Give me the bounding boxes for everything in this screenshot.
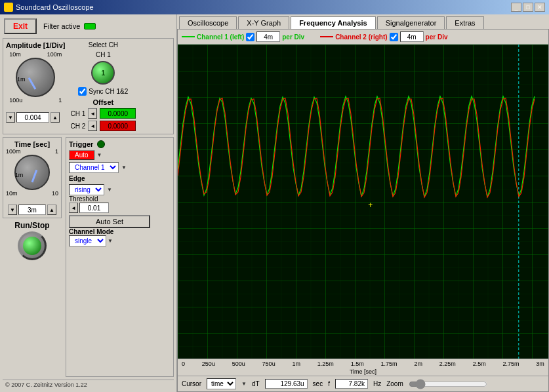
time-spin-up[interactable]: ▲	[47, 205, 56, 215]
trigger-edge-arrow: ▼	[107, 187, 112, 193]
minimize-button[interactable]: _	[511, 3, 521, 12]
sync-checkbox-row: Sync CH 1&2	[78, 87, 128, 96]
x-25m: 2.5m	[473, 361, 486, 367]
maximize-button[interactable]: □	[523, 3, 533, 12]
run-stop-button[interactable]	[18, 231, 47, 260]
x-2m: 2m	[414, 361, 422, 367]
trigger-channel-arrow: ▼	[121, 165, 127, 170]
ch1-label: CH 1	[96, 51, 111, 58]
time-1m: 1m	[15, 172, 24, 178]
ch2-info: Channel 2 (right) per Div	[320, 31, 447, 42]
bottom-left: Time [sec] 100m 1 10m 10 1m	[3, 137, 174, 377]
ch1-line	[182, 36, 195, 37]
f-input[interactable]	[335, 379, 368, 389]
tab-xy-graph[interactable]: X-Y Graph	[238, 16, 289, 29]
amp-label-100m: 100m	[47, 51, 62, 58]
channel-mode-area: Channel Mode single ▼	[69, 228, 171, 246]
ch2-offset-label: CH 2	[70, 123, 85, 130]
amplitude-value-input[interactable]	[16, 112, 49, 123]
time-10: 10	[52, 190, 58, 197]
offset-area: Offset CH 1 ◄ CH 2 ◄	[70, 98, 136, 131]
f-label: f	[328, 380, 330, 387]
ch2-checkbox[interactable]	[390, 33, 398, 41]
trigger-edge-select[interactable]: rising	[69, 184, 104, 195]
zoom-slider[interactable]	[409, 379, 487, 389]
x-125m: 1.25m	[317, 361, 334, 367]
ch2-offset-spin[interactable]: ◄	[88, 121, 97, 131]
amp-spin-up[interactable]: ▲	[51, 112, 60, 123]
run-stop-label: Run/Stop	[14, 221, 49, 230]
amplitude-label: Amplitude [1/Div]	[6, 41, 65, 49]
zoom-label: Zoom	[386, 380, 403, 387]
threshold-spin[interactable]: ◄	[69, 203, 78, 213]
ch1-offset-label: CH 1	[70, 110, 85, 117]
ch1-per-div-label: per Div	[282, 33, 304, 41]
channel-mode-select[interactable]: single	[69, 235, 106, 246]
exit-button[interactable]: Exit	[4, 18, 37, 34]
trigger-mode-row: Auto ▼	[69, 150, 171, 160]
amp-label-10m: 10m	[9, 51, 21, 58]
filter-active-label: Filter active	[43, 22, 80, 30]
time-section: Time [sec] 100m 1 10m 10 1m	[3, 137, 62, 218]
time-value-input[interactable]	[18, 205, 46, 215]
channel-bar: Channel 1 (left) per Div Channel 2 (righ…	[178, 29, 548, 45]
cursor-bar: Cursor time ▼ dT sec f Hz Zoom	[178, 376, 548, 391]
filter-led	[84, 23, 96, 29]
amp-spin-down[interactable]: ▼	[6, 112, 15, 123]
dt-input[interactable]	[265, 379, 308, 389]
tab-extras[interactable]: Extras	[446, 16, 483, 29]
run-stop-area: Run/Stop	[3, 221, 62, 260]
tab-frequency-analysis[interactable]: Frequency Analysis	[291, 16, 376, 29]
window-controls: _ □ ✕	[511, 3, 545, 12]
run-btn-inner	[23, 237, 41, 255]
ch1-selector[interactable]: 1	[91, 61, 115, 85]
amp-label-1m: 1m	[17, 76, 26, 83]
threshold-input[interactable]	[79, 203, 109, 213]
amp-label-100u: 100u	[9, 97, 22, 104]
ch2-offset-input[interactable]	[100, 121, 136, 131]
channel-mode-label: Channel Mode	[69, 228, 113, 235]
scope-canvas: +	[178, 45, 548, 359]
tab-signalgenerator[interactable]: Signalgenerator	[377, 16, 445, 29]
ch2-per-div[interactable]	[400, 31, 424, 42]
ch2-channel-label: Channel 2 (right)	[335, 33, 387, 41]
filter-active-row: Filter active	[43, 22, 96, 30]
time-10m: 10m	[6, 190, 18, 197]
tab-oscilloscope[interactable]: Oscilloscope	[179, 16, 237, 29]
trigger-led	[97, 140, 105, 148]
close-button[interactable]: ✕	[535, 3, 545, 12]
channel-mode-arrow: ▼	[108, 238, 113, 244]
trigger-section: Trigger Auto ▼ Channel 1 ▼ Edge	[66, 137, 174, 377]
cursor-label: Cursor	[182, 380, 201, 387]
x-1m: 1m	[292, 361, 300, 367]
trigger-mode-arrow: ▼	[97, 152, 102, 158]
auto-set-button[interactable]: Auto Set	[69, 215, 150, 228]
x-225m: 2.25m	[439, 361, 456, 367]
time-knob-indicator	[31, 170, 38, 183]
ch1-per-div[interactable]	[256, 31, 280, 42]
select-ch-area: Select CH CH 1 1 Sync CH 1&2 Offset CH 1…	[70, 41, 136, 131]
trigger-edge-row: Edge	[69, 175, 171, 182]
scope-area: Channel 1 (left) per Div Channel 2 (righ…	[177, 29, 549, 392]
trigger-header: Trigger	[69, 140, 171, 148]
sync-checkbox[interactable]	[78, 87, 87, 96]
amplitude-knob-area: 10m 100m 100u 1 1m	[6, 51, 65, 110]
trigger-channel-select[interactable]: Channel 1	[69, 162, 119, 173]
cursor-arrow: ▼	[241, 381, 247, 387]
trigger-mode-button[interactable]: Auto	[69, 150, 94, 160]
time-100m: 100m	[6, 148, 21, 155]
trigger-label: Trigger	[69, 140, 93, 148]
svg-rect-1	[178, 45, 548, 359]
ch1-info: Channel 1 (left) per Div	[182, 31, 304, 42]
ch1-offset-input[interactable]	[100, 108, 136, 119]
dt-unit: sec	[313, 380, 323, 387]
ch1-offset-spin[interactable]: ◄	[88, 108, 97, 119]
ch1-checkbox[interactable]	[246, 33, 254, 41]
select-ch-label: Select CH	[89, 41, 118, 49]
time-label: Time [sec]	[14, 140, 50, 148]
cursor-mode-select[interactable]: time	[207, 378, 236, 389]
trigger-channel-row: Channel 1 ▼	[69, 162, 171, 173]
time-spin-down[interactable]: ▼	[8, 205, 17, 215]
left-panel: Exit Filter active Amplitude [1/Div] 10m…	[0, 14, 177, 392]
amp-label-1: 1	[58, 97, 62, 104]
